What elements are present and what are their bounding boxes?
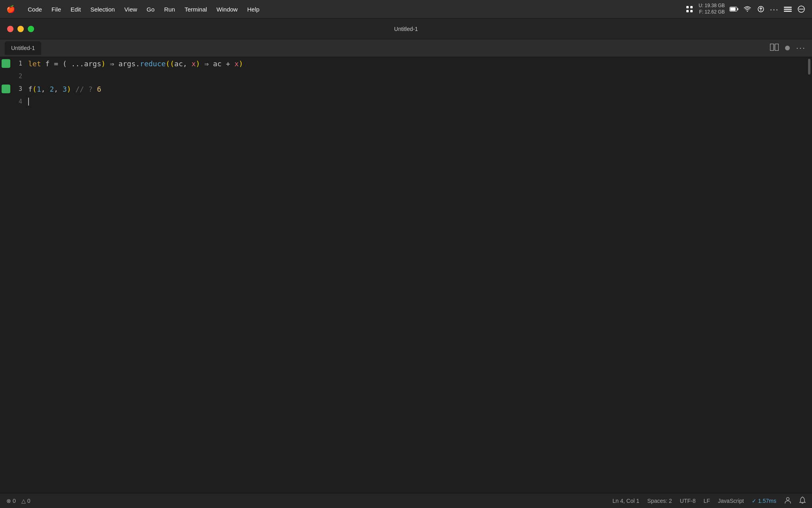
- args-ref: args: [119, 60, 136, 68]
- args-param: args: [84, 60, 101, 68]
- line-number-2: 2: [10, 73, 25, 80]
- error-count: 0: [13, 498, 16, 504]
- menu-window[interactable]: Window: [212, 4, 242, 14]
- space4: [209, 60, 213, 68]
- indentation[interactable]: Spaces: 2: [647, 498, 672, 504]
- num-3: 3: [63, 85, 67, 93]
- keyword-let: let: [28, 60, 41, 68]
- space2: [114, 60, 119, 68]
- warning-count: 0: [27, 498, 31, 504]
- menu-selection[interactable]: Selection: [86, 4, 120, 14]
- ac-ref: ac: [213, 60, 222, 68]
- split-editor-icon[interactable]: [770, 44, 779, 53]
- error-icon: ⊗: [6, 498, 11, 504]
- num-2: 2: [50, 85, 54, 93]
- menu-go[interactable]: Go: [142, 4, 159, 14]
- timing-indicator: ✓ 1.57ms: [752, 498, 776, 504]
- close-button[interactable]: [7, 26, 13, 32]
- errors-indicator[interactable]: ⊗ 0: [6, 498, 16, 504]
- paren2: (: [166, 60, 170, 68]
- svg-rect-6: [730, 8, 736, 11]
- line-number-3: 3: [10, 85, 25, 92]
- line-number-1: 1: [10, 60, 25, 67]
- code-text: f = (: [41, 60, 71, 68]
- more-actions-icon[interactable]: ···: [796, 43, 806, 53]
- title-bar: Untitled-1: [0, 19, 812, 39]
- call-paren-open: (: [33, 85, 37, 93]
- comma1: ,: [183, 60, 192, 68]
- text-cursor: [28, 98, 29, 106]
- code-editor[interactable]: let f = ( ... args ) ⇒ args . reduce ( (…: [22, 57, 812, 493]
- more-icon[interactable]: ···: [770, 5, 779, 13]
- editor-tab[interactable]: Untitled-1: [5, 41, 41, 55]
- run-indicator-3[interactable]: [2, 85, 10, 93]
- paren3: (: [170, 60, 174, 68]
- method-reduce: reduce: [140, 60, 166, 68]
- cursor-position[interactable]: Ln 4, Col 1: [613, 498, 640, 504]
- warning-icon: △: [21, 498, 26, 504]
- menu-bar: 🍎 Code File Edit Selection View Go Run T…: [0, 0, 812, 19]
- feedback-icon[interactable]: [784, 496, 791, 505]
- status-right: Ln 4, Col 1 Spaces: 2 UTF-8 LF JavaScrip…: [613, 496, 806, 505]
- menu-help[interactable]: Help: [242, 4, 264, 14]
- tab-label: Untitled-1: [11, 45, 35, 51]
- menu-edit[interactable]: Edit: [66, 4, 86, 14]
- notifications-icon[interactable]: [799, 496, 806, 505]
- svg-rect-14: [775, 44, 778, 50]
- tab-bar: Untitled-1 ···: [0, 39, 812, 57]
- battery-icon: [730, 5, 738, 13]
- space: [105, 60, 110, 68]
- svg-rect-13: [770, 44, 774, 50]
- language-mode[interactable]: JavaScript: [718, 498, 744, 504]
- fat-arrow: ⇒: [110, 60, 114, 68]
- warnings-indicator[interactable]: △ 0: [21, 498, 31, 504]
- spread-op: ...: [71, 60, 84, 68]
- wifi-icon: [743, 5, 752, 13]
- svg-rect-8: [784, 7, 792, 8]
- svg-rect-0: [686, 6, 689, 8]
- comment-part: // ?: [71, 85, 97, 93]
- control-strip-icon[interactable]: [783, 5, 792, 13]
- svg-rect-10: [784, 11, 792, 12]
- num-1: 1: [37, 85, 41, 93]
- gutter-row-2: 2: [0, 70, 22, 83]
- paren-close: ): [101, 60, 105, 68]
- paren5: ): [239, 60, 243, 68]
- svg-point-15: [787, 498, 789, 500]
- window-title: Untitled-1: [394, 26, 418, 32]
- gutter-row-3: 3: [0, 83, 22, 95]
- code-line-3: f ( 1 , 2 , 3 ) // ? 6: [28, 83, 806, 95]
- tab-actions: ···: [770, 43, 806, 53]
- airdrop-icon: [756, 5, 765, 13]
- menu-code[interactable]: Code: [23, 4, 47, 14]
- minimize-button[interactable]: [17, 26, 24, 32]
- dot1: .: [136, 60, 140, 68]
- gutter: 1 2 3 4: [0, 57, 22, 493]
- paren4: ): [196, 60, 200, 68]
- code-line-4[interactable]: [28, 95, 806, 108]
- fn-call-f: f: [28, 85, 33, 93]
- control-center-icon[interactable]: [685, 5, 694, 13]
- menu-file[interactable]: File: [47, 4, 66, 14]
- svg-rect-3: [690, 10, 693, 12]
- comma2: ,: [41, 85, 50, 93]
- svg-rect-9: [784, 9, 792, 10]
- svg-rect-2: [686, 10, 689, 12]
- scrollbar-thumb[interactable]: [808, 59, 810, 75]
- menu-run[interactable]: Run: [159, 4, 180, 14]
- maximize-button[interactable]: [28, 26, 34, 32]
- menu-terminal[interactable]: Terminal: [180, 4, 212, 14]
- menu-view[interactable]: View: [120, 4, 142, 14]
- line-number-4: 4: [10, 98, 25, 105]
- encoding[interactable]: UTF-8: [680, 498, 696, 504]
- call-paren-close: ): [67, 85, 71, 93]
- scrollbar-track[interactable]: [806, 57, 812, 493]
- apple-menu[interactable]: 🍎: [6, 5, 15, 13]
- space3: [200, 60, 205, 68]
- x-param: x: [192, 60, 196, 68]
- code-line-2: [28, 70, 806, 83]
- run-indicator-1[interactable]: [2, 59, 10, 68]
- traffic-lights: [7, 26, 34, 32]
- plus-op: +: [222, 60, 235, 68]
- line-ending[interactable]: LF: [703, 498, 710, 504]
